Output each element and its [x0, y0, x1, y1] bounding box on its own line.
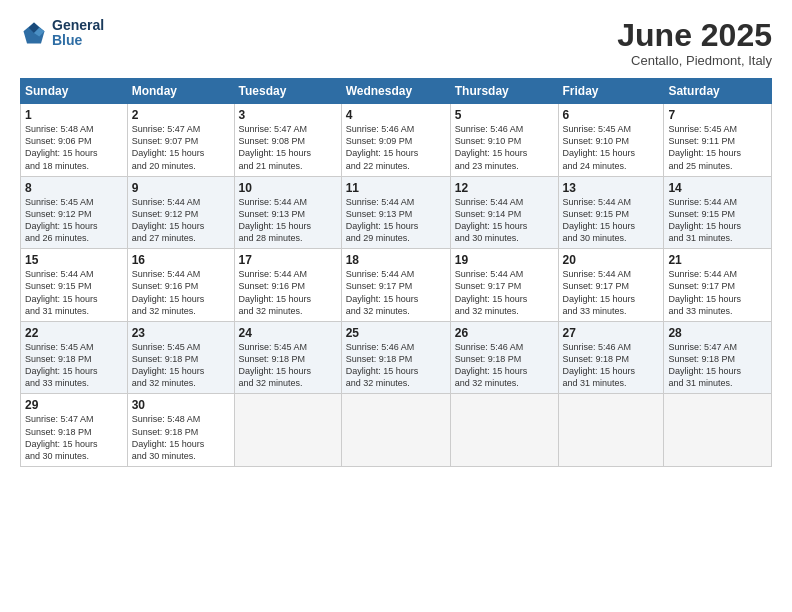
day-cell: 6Sunrise: 5:45 AM Sunset: 9:10 PM Daylig… [558, 104, 664, 177]
day-cell: 10Sunrise: 5:44 AM Sunset: 9:13 PM Dayli… [234, 176, 341, 249]
weekday-header-sunday: Sunday [21, 79, 128, 104]
day-number: 13 [563, 181, 660, 195]
day-number: 10 [239, 181, 337, 195]
day-cell: 24Sunrise: 5:45 AM Sunset: 9:18 PM Dayli… [234, 321, 341, 394]
day-number: 6 [563, 108, 660, 122]
day-info: Sunrise: 5:44 AM Sunset: 9:17 PM Dayligh… [455, 268, 554, 317]
day-number: 2 [132, 108, 230, 122]
weekday-header-monday: Monday [127, 79, 234, 104]
weekday-header-thursday: Thursday [450, 79, 558, 104]
day-cell: 15Sunrise: 5:44 AM Sunset: 9:15 PM Dayli… [21, 249, 128, 322]
day-info: Sunrise: 5:47 AM Sunset: 9:08 PM Dayligh… [239, 123, 337, 172]
day-info: Sunrise: 5:44 AM Sunset: 9:16 PM Dayligh… [239, 268, 337, 317]
weekday-header-wednesday: Wednesday [341, 79, 450, 104]
day-cell: 16Sunrise: 5:44 AM Sunset: 9:16 PM Dayli… [127, 249, 234, 322]
day-cell: 23Sunrise: 5:45 AM Sunset: 9:18 PM Dayli… [127, 321, 234, 394]
day-number: 19 [455, 253, 554, 267]
day-cell: 14Sunrise: 5:44 AM Sunset: 9:15 PM Dayli… [664, 176, 772, 249]
day-number: 7 [668, 108, 767, 122]
day-number: 27 [563, 326, 660, 340]
day-info: Sunrise: 5:44 AM Sunset: 9:15 PM Dayligh… [668, 196, 767, 245]
week-row-5: 29Sunrise: 5:47 AM Sunset: 9:18 PM Dayli… [21, 394, 772, 467]
week-row-2: 8Sunrise: 5:45 AM Sunset: 9:12 PM Daylig… [21, 176, 772, 249]
week-row-4: 22Sunrise: 5:45 AM Sunset: 9:18 PM Dayli… [21, 321, 772, 394]
logo-text: General Blue [52, 18, 104, 49]
day-info: Sunrise: 5:46 AM Sunset: 9:18 PM Dayligh… [455, 341, 554, 390]
day-info: Sunrise: 5:45 AM Sunset: 9:18 PM Dayligh… [239, 341, 337, 390]
logo-icon [20, 19, 48, 47]
day-number: 17 [239, 253, 337, 267]
day-info: Sunrise: 5:48 AM Sunset: 9:18 PM Dayligh… [132, 413, 230, 462]
day-info: Sunrise: 5:46 AM Sunset: 9:18 PM Dayligh… [346, 341, 446, 390]
day-number: 4 [346, 108, 446, 122]
day-cell [450, 394, 558, 467]
day-number: 18 [346, 253, 446, 267]
title-block: June 2025 Centallo, Piedmont, Italy [617, 18, 772, 68]
day-cell: 11Sunrise: 5:44 AM Sunset: 9:13 PM Dayli… [341, 176, 450, 249]
day-cell: 7Sunrise: 5:45 AM Sunset: 9:11 PM Daylig… [664, 104, 772, 177]
weekday-header-saturday: Saturday [664, 79, 772, 104]
day-info: Sunrise: 5:44 AM Sunset: 9:15 PM Dayligh… [563, 196, 660, 245]
day-number: 30 [132, 398, 230, 412]
header: General Blue June 2025 Centallo, Piedmon… [20, 18, 772, 68]
day-info: Sunrise: 5:44 AM Sunset: 9:17 PM Dayligh… [563, 268, 660, 317]
day-info: Sunrise: 5:47 AM Sunset: 9:18 PM Dayligh… [25, 413, 123, 462]
month-title: June 2025 [617, 18, 772, 53]
day-cell: 29Sunrise: 5:47 AM Sunset: 9:18 PM Dayli… [21, 394, 128, 467]
day-cell [234, 394, 341, 467]
day-cell: 13Sunrise: 5:44 AM Sunset: 9:15 PM Dayli… [558, 176, 664, 249]
day-info: Sunrise: 5:48 AM Sunset: 9:06 PM Dayligh… [25, 123, 123, 172]
day-number: 12 [455, 181, 554, 195]
page: General Blue June 2025 Centallo, Piedmon… [0, 0, 792, 612]
day-cell: 8Sunrise: 5:45 AM Sunset: 9:12 PM Daylig… [21, 176, 128, 249]
day-cell: 27Sunrise: 5:46 AM Sunset: 9:18 PM Dayli… [558, 321, 664, 394]
day-info: Sunrise: 5:44 AM Sunset: 9:13 PM Dayligh… [239, 196, 337, 245]
day-number: 1 [25, 108, 123, 122]
week-row-1: 1Sunrise: 5:48 AM Sunset: 9:06 PM Daylig… [21, 104, 772, 177]
day-cell: 26Sunrise: 5:46 AM Sunset: 9:18 PM Dayli… [450, 321, 558, 394]
weekday-header-tuesday: Tuesday [234, 79, 341, 104]
day-info: Sunrise: 5:44 AM Sunset: 9:17 PM Dayligh… [346, 268, 446, 317]
day-cell: 17Sunrise: 5:44 AM Sunset: 9:16 PM Dayli… [234, 249, 341, 322]
day-number: 3 [239, 108, 337, 122]
day-info: Sunrise: 5:46 AM Sunset: 9:09 PM Dayligh… [346, 123, 446, 172]
day-number: 29 [25, 398, 123, 412]
day-cell: 12Sunrise: 5:44 AM Sunset: 9:14 PM Dayli… [450, 176, 558, 249]
day-number: 16 [132, 253, 230, 267]
day-cell: 3Sunrise: 5:47 AM Sunset: 9:08 PM Daylig… [234, 104, 341, 177]
day-number: 20 [563, 253, 660, 267]
day-number: 9 [132, 181, 230, 195]
logo: General Blue [20, 18, 104, 49]
day-cell [664, 394, 772, 467]
day-info: Sunrise: 5:45 AM Sunset: 9:12 PM Dayligh… [25, 196, 123, 245]
day-cell: 30Sunrise: 5:48 AM Sunset: 9:18 PM Dayli… [127, 394, 234, 467]
day-info: Sunrise: 5:46 AM Sunset: 9:18 PM Dayligh… [563, 341, 660, 390]
day-number: 28 [668, 326, 767, 340]
day-number: 11 [346, 181, 446, 195]
day-number: 14 [668, 181, 767, 195]
day-info: Sunrise: 5:44 AM Sunset: 9:14 PM Dayligh… [455, 196, 554, 245]
day-cell: 21Sunrise: 5:44 AM Sunset: 9:17 PM Dayli… [664, 249, 772, 322]
day-cell: 19Sunrise: 5:44 AM Sunset: 9:17 PM Dayli… [450, 249, 558, 322]
day-info: Sunrise: 5:44 AM Sunset: 9:15 PM Dayligh… [25, 268, 123, 317]
day-cell: 25Sunrise: 5:46 AM Sunset: 9:18 PM Dayli… [341, 321, 450, 394]
day-info: Sunrise: 5:47 AM Sunset: 9:07 PM Dayligh… [132, 123, 230, 172]
day-info: Sunrise: 5:44 AM Sunset: 9:13 PM Dayligh… [346, 196, 446, 245]
day-cell: 18Sunrise: 5:44 AM Sunset: 9:17 PM Dayli… [341, 249, 450, 322]
week-row-3: 15Sunrise: 5:44 AM Sunset: 9:15 PM Dayli… [21, 249, 772, 322]
day-number: 22 [25, 326, 123, 340]
day-cell: 9Sunrise: 5:44 AM Sunset: 9:12 PM Daylig… [127, 176, 234, 249]
calendar: SundayMondayTuesdayWednesdayThursdayFrid… [20, 78, 772, 467]
day-number: 25 [346, 326, 446, 340]
day-cell [558, 394, 664, 467]
day-cell: 22Sunrise: 5:45 AM Sunset: 9:18 PM Dayli… [21, 321, 128, 394]
weekday-header-row: SundayMondayTuesdayWednesdayThursdayFrid… [21, 79, 772, 104]
day-info: Sunrise: 5:45 AM Sunset: 9:18 PM Dayligh… [132, 341, 230, 390]
day-cell: 5Sunrise: 5:46 AM Sunset: 9:10 PM Daylig… [450, 104, 558, 177]
day-cell: 20Sunrise: 5:44 AM Sunset: 9:17 PM Dayli… [558, 249, 664, 322]
day-info: Sunrise: 5:44 AM Sunset: 9:16 PM Dayligh… [132, 268, 230, 317]
day-info: Sunrise: 5:44 AM Sunset: 9:12 PM Dayligh… [132, 196, 230, 245]
subtitle: Centallo, Piedmont, Italy [617, 53, 772, 68]
day-info: Sunrise: 5:45 AM Sunset: 9:10 PM Dayligh… [563, 123, 660, 172]
day-number: 26 [455, 326, 554, 340]
